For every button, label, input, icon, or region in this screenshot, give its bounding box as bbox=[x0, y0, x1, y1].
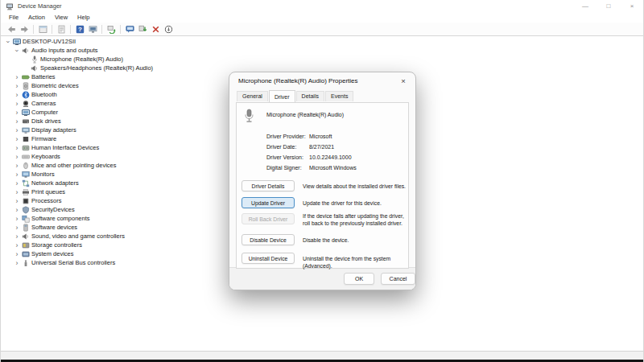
ok-button[interactable]: OK bbox=[344, 273, 374, 285]
uninstall-device-button[interactable]: Uninstall Device bbox=[242, 253, 295, 264]
tree-item-label: Bluetooth bbox=[31, 91, 57, 98]
tree-item-label: Human Interface Devices bbox=[31, 144, 99, 151]
status-bar bbox=[1, 351, 643, 360]
disable-device-button[interactable]: Disable Device bbox=[242, 234, 295, 245]
tab-general[interactable]: General bbox=[237, 91, 268, 101]
camera-icon bbox=[21, 100, 30, 108]
tree-item-label: Cameras bbox=[31, 100, 56, 107]
chevron-right-icon[interactable]: › bbox=[13, 82, 21, 90]
chevron-right-icon[interactable]: › bbox=[13, 162, 21, 170]
cancel-button[interactable]: Cancel bbox=[381, 273, 415, 285]
chevron-right-icon[interactable]: › bbox=[13, 179, 21, 187]
help-icon[interactable]: ? bbox=[74, 24, 85, 35]
field-label-driver-date: Driver Date: bbox=[266, 144, 296, 150]
field-value-driver-date: 8/27/2021 bbox=[309, 144, 334, 150]
forward-icon[interactable] bbox=[19, 24, 30, 35]
tab-driver[interactable]: Driver bbox=[269, 90, 295, 102]
chevron-right-icon[interactable]: › bbox=[13, 232, 21, 241]
speaker-icon bbox=[21, 47, 30, 55]
speaker-icon bbox=[30, 64, 39, 72]
chevron-right-icon[interactable]: › bbox=[13, 206, 21, 214]
tree-item-label: System devices bbox=[31, 250, 74, 257]
chevron-right-icon[interactable]: › bbox=[13, 117, 21, 125]
software-device-icon bbox=[21, 224, 30, 232]
tree-item-label: Software components bbox=[31, 215, 90, 222]
tree-item-microphone[interactable]: Microphone (Realtek(R) Audio) bbox=[2, 55, 642, 64]
device-name: Microphone (Realtek(R) Audio) bbox=[266, 112, 344, 117]
roll-back-driver-button: Roll Back Driver bbox=[242, 213, 295, 224]
chevron-right-icon[interactable]: › bbox=[13, 215, 21, 223]
tree-item-label: Firmware bbox=[31, 135, 56, 142]
chevron-right-icon[interactable]: › bbox=[13, 153, 21, 161]
chevron-right-icon[interactable]: › bbox=[13, 197, 21, 205]
window-title: Device Manager bbox=[18, 2, 62, 10]
chevron-right-icon[interactable]: › bbox=[13, 73, 21, 81]
tree-item-label: Mice and other pointing devices bbox=[31, 162, 116, 169]
chevron-right-icon[interactable]: › bbox=[13, 259, 21, 267]
security-icon bbox=[21, 206, 30, 214]
tree-item-audio-inputs-and-outputs[interactable]: › Audio inputs and outputs bbox=[2, 46, 642, 55]
menu-file[interactable]: File bbox=[6, 14, 25, 21]
chevron-down-icon[interactable]: › bbox=[4, 38, 12, 46]
chevron-right-icon[interactable]: › bbox=[13, 144, 21, 152]
storage-icon bbox=[21, 241, 30, 249]
maximize-button[interactable]: □ bbox=[604, 0, 613, 12]
uninstall-device-icon[interactable] bbox=[150, 24, 161, 35]
chevron-right-icon[interactable]: › bbox=[13, 135, 21, 143]
update-driver-icon[interactable] bbox=[137, 24, 148, 35]
microphone-icon bbox=[243, 109, 255, 125]
chevron-right-icon[interactable]: › bbox=[13, 188, 21, 196]
field-value-digital-signer: Microsoft Windows bbox=[309, 165, 357, 171]
troubleshoot-icon[interactable] bbox=[124, 24, 135, 35]
dialog-tabs: General Driver Details Events bbox=[229, 88, 415, 101]
tree-item-label: Computer bbox=[31, 109, 58, 116]
device-manager-app-icon bbox=[6, 2, 14, 10]
update-driver-description: Update the driver for this device. bbox=[303, 200, 406, 207]
field-value-driver-version: 10.0.22449.1000 bbox=[309, 154, 352, 160]
chevron-right-icon[interactable]: › bbox=[13, 91, 21, 99]
field-label-digital-signer: Digital Signer: bbox=[266, 165, 302, 171]
mouse-icon bbox=[21, 162, 30, 170]
tree-item-desktop-uv12sii[interactable]: › DESKTOP-UV12SII bbox=[2, 37, 642, 46]
chevron-right-icon[interactable]: › bbox=[13, 100, 21, 108]
toolbar-separator bbox=[52, 25, 52, 34]
chevron-right-icon[interactable]: › bbox=[13, 171, 21, 179]
toolbar-separator bbox=[101, 25, 102, 34]
display-adapter-icon bbox=[21, 126, 30, 134]
chevron-right-icon[interactable]: › bbox=[13, 250, 21, 258]
no-chevron bbox=[22, 64, 30, 72]
chevron-right-icon[interactable]: › bbox=[13, 109, 21, 117]
tree-item-label: Biometric devices bbox=[31, 82, 79, 89]
menu-view[interactable]: View bbox=[52, 14, 74, 21]
export-list-icon[interactable] bbox=[56, 24, 67, 35]
tree-item-label: Sound, video and game controllers bbox=[31, 232, 125, 240]
monitor-icon bbox=[21, 171, 30, 179]
disable-device-description: Disable the device. bbox=[303, 237, 406, 244]
computer-icon bbox=[12, 38, 21, 46]
tree-item-label: Storage controllers bbox=[31, 241, 82, 249]
chevron-down-icon[interactable]: › bbox=[13, 47, 21, 55]
toolbar-separator bbox=[33, 25, 34, 34]
dialog-close-button[interactable]: × bbox=[398, 75, 409, 86]
console-window-icon[interactable] bbox=[37, 24, 48, 35]
svg-text:?: ? bbox=[78, 26, 82, 33]
disk-icon bbox=[21, 117, 30, 125]
tree-item-label: SecurityDevices bbox=[31, 206, 75, 213]
properties-icon[interactable] bbox=[87, 24, 98, 35]
scan-hardware-icon[interactable] bbox=[105, 24, 117, 35]
back-icon[interactable] bbox=[6, 24, 17, 35]
disable-device-icon[interactable] bbox=[163, 24, 174, 35]
chevron-right-icon[interactable]: › bbox=[13, 224, 21, 232]
tab-events[interactable]: Events bbox=[325, 91, 353, 101]
speaker-icon bbox=[21, 232, 30, 241]
tab-details[interactable]: Details bbox=[296, 91, 324, 101]
chevron-right-icon[interactable]: › bbox=[13, 126, 21, 134]
driver-details-button[interactable]: Driver Details bbox=[242, 180, 295, 191]
close-button[interactable]: × bbox=[627, 0, 637, 12]
menu-help[interactable]: Help bbox=[74, 14, 96, 21]
minimize-button[interactable]: — bbox=[580, 0, 590, 12]
chevron-right-icon[interactable]: › bbox=[13, 241, 21, 249]
update-driver-button[interactable]: Update Driver bbox=[242, 197, 295, 208]
tree-item-label: DESKTOP-UV12SII bbox=[23, 38, 76, 45]
menu-action[interactable]: Action bbox=[25, 14, 52, 21]
